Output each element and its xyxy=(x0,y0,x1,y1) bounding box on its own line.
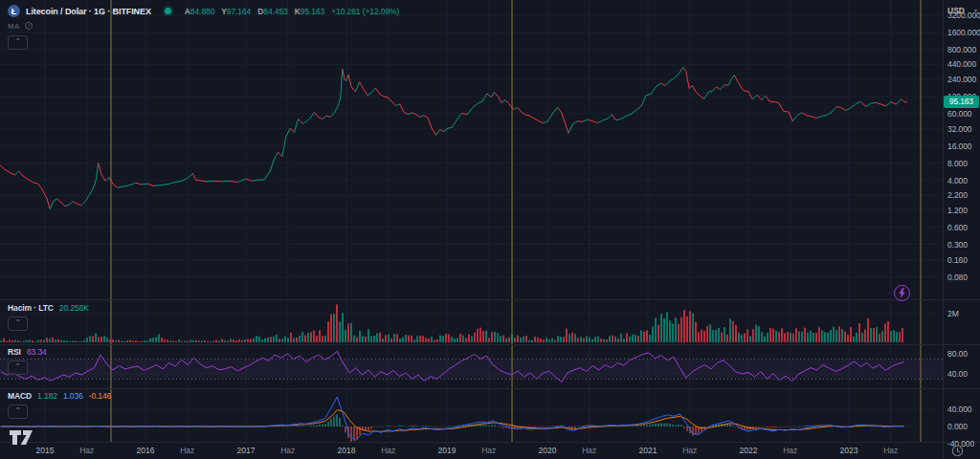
high-value: 97.164 xyxy=(227,7,251,16)
last-price-badge: 95.163 xyxy=(944,96,979,108)
price-tick-label: 0.080 xyxy=(947,273,968,282)
volume-tick-label: 2M xyxy=(947,309,959,318)
time-axis-label: Haz xyxy=(682,446,697,455)
macd-signal-line xyxy=(1,410,904,432)
price-tick-label: 0.160 xyxy=(947,255,968,265)
time-axis-label: 2023 xyxy=(840,446,858,455)
price-tick-label: 0.300 xyxy=(947,240,968,250)
volume-legend: Hacim · LTC 20.256K xyxy=(8,303,89,313)
pane-separator[interactable] xyxy=(0,388,980,389)
price-tick-label: 800.000 xyxy=(947,45,976,55)
close-value: 95.163 xyxy=(301,7,324,16)
time-axis-label: Haz xyxy=(883,446,898,455)
open-value: 84.880 xyxy=(190,7,214,16)
time-axis-label: 2019 xyxy=(438,446,457,455)
rsi-tick-label: 40.00 xyxy=(947,369,968,379)
time-axis-label: Haz xyxy=(381,446,395,455)
time-axis-label: Haz xyxy=(783,446,797,455)
time-axis-label: 2021 xyxy=(639,446,657,455)
time-axis-label: 2022 xyxy=(740,446,758,455)
rsi-legend: RSI 63.34 xyxy=(8,347,47,357)
time-axis-label: Haz xyxy=(79,446,94,455)
ohlc-values: A84.880 Y97.164 D84.453 K95.163 +10.261 … xyxy=(185,7,399,16)
tradingview-logo[interactable] xyxy=(9,429,41,446)
macd-line xyxy=(1,397,904,441)
volume-value: 20.256K xyxy=(59,303,89,313)
collapse-price-pane-button[interactable]: ⌃ xyxy=(8,35,28,50)
time-axis-label: Haz xyxy=(280,446,295,455)
price-axis[interactable]: USD ▾ 95.163 3200.0001600.000800.000440.… xyxy=(943,0,980,442)
price-tick-label: 16.000 xyxy=(947,142,971,151)
time-axis-label: Haz xyxy=(180,446,194,455)
macd-signal-value: -0.146 xyxy=(89,391,112,401)
hidden-indicator-icon[interactable] xyxy=(24,21,33,31)
price-tick-label: 8.000 xyxy=(947,159,968,168)
price-tick-label: 32.000 xyxy=(947,124,971,134)
rsi-value: 63.34 xyxy=(27,347,47,357)
time-axis-label: 2015 xyxy=(36,446,55,455)
symbol-title[interactable]: Litecoin / Dolar · 1G · BITFINEX xyxy=(26,7,151,16)
macd-pane-title: MACD xyxy=(8,391,32,401)
time-axis-label: Haz xyxy=(481,446,496,455)
tradingview-chart-window: Ł Litecoin / Dolar · 1G · BITFINEX A84.8… xyxy=(0,0,980,459)
macd-hist-value: 1.182 xyxy=(37,391,57,401)
time-axis-label: 2017 xyxy=(237,446,256,455)
macd-tick-label: 40.000 xyxy=(947,404,971,414)
price-tick-label: 2.200 xyxy=(947,190,968,200)
price-tick-label: 60.000 xyxy=(947,109,971,119)
macd-legend: MACD 1.182 1.036 -0.146 xyxy=(8,391,111,401)
symbol-legend: Ł Litecoin / Dolar · 1G · BITFINEX A84.8… xyxy=(8,5,399,17)
rsi-pane-title: RSI xyxy=(8,347,21,357)
change-value: +10.261 (+12.09%) xyxy=(331,7,399,16)
time-axis-label: 2020 xyxy=(539,446,557,455)
price-tick-label: 240.000 xyxy=(947,75,976,84)
macd-line-value: 1.036 xyxy=(63,391,83,401)
price-tick-label: 1.200 xyxy=(947,206,968,215)
rsi-tick-label: 80.00 xyxy=(947,349,968,359)
chart-canvas[interactable] xyxy=(0,0,943,442)
collapse-volume-pane-button[interactable]: ⌃ xyxy=(8,317,28,331)
litecoin-logo: Ł xyxy=(8,5,20,17)
market-status-icon[interactable] xyxy=(165,8,171,14)
boost-button[interactable] xyxy=(894,285,910,301)
time-axis-label: Haz xyxy=(582,446,596,455)
currency-unit-button[interactable]: USD xyxy=(947,6,965,15)
macd-tick-label: 0.000 xyxy=(947,422,968,431)
timezone-clock-icon[interactable] xyxy=(951,445,964,457)
macd-plot xyxy=(0,397,904,442)
lightning-icon xyxy=(898,288,906,298)
collapse-rsi-pane-button[interactable]: ⌃ xyxy=(8,361,28,375)
collapse-macd-pane-button[interactable]: ⌃ xyxy=(8,404,28,419)
price-tick-label: 1600.000 xyxy=(947,28,980,37)
pane-separator[interactable] xyxy=(0,344,980,345)
rsi-plot xyxy=(0,351,943,382)
price-tick-label: 4.000 xyxy=(947,176,968,186)
low-value: 84.453 xyxy=(263,7,287,16)
price-series-line xyxy=(0,68,907,209)
time-axis[interactable]: 2015Haz2016Haz2017Haz2018Haz2019Haz2020H… xyxy=(0,442,943,459)
time-axis-label: 2016 xyxy=(137,446,155,455)
volume-bars xyxy=(0,304,903,342)
volume-pane-title: Hacim · LTC xyxy=(8,303,54,313)
time-axis-label: 2018 xyxy=(338,446,356,455)
ma-indicator-label: MA xyxy=(8,22,19,31)
pane-separator[interactable] xyxy=(0,299,980,300)
price-tick-label: 440.000 xyxy=(947,59,976,69)
price-tick-label: 0.600 xyxy=(947,223,968,232)
